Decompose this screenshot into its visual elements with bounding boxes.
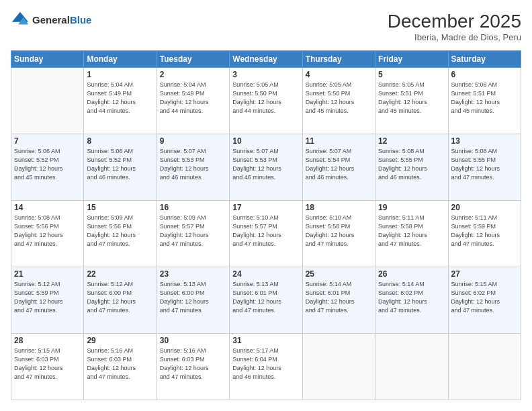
day-number: 12 [378, 136, 445, 146]
day-number: 10 [232, 136, 299, 146]
day-info: Sunrise: 5:05 AM Sunset: 5:50 PM Dayligh… [232, 81, 299, 116]
day-number: 26 [378, 269, 445, 279]
location: Iberia, Madre de Dios, Peru [388, 32, 521, 42]
calendar-row: 21Sunrise: 5:12 AM Sunset: 5:59 PM Dayli… [11, 267, 521, 334]
weekday-header: Wednesday [230, 51, 302, 68]
day-info: Sunrise: 5:07 AM Sunset: 5:53 PM Dayligh… [160, 147, 226, 182]
day-info: Sunrise: 5:10 AM Sunset: 5:57 PM Dayligh… [232, 214, 299, 248]
page: GeneralBlue December 2025 Iberia, Madre … [0, 0, 532, 411]
day-info: Sunrise: 5:06 AM Sunset: 5:51 PM Dayligh… [451, 81, 518, 116]
day-number: 6 [451, 70, 518, 79]
day-info: Sunrise: 5:08 AM Sunset: 5:55 PM Dayligh… [378, 147, 445, 182]
day-info: Sunrise: 5:13 AM Sunset: 6:01 PM Dayligh… [232, 280, 299, 315]
day-info: Sunrise: 5:07 AM Sunset: 5:54 PM Dayligh… [306, 147, 372, 182]
day-number: 2 [160, 70, 226, 79]
calendar-cell: 4Sunrise: 5:05 AM Sunset: 5:50 PM Daylig… [302, 68, 375, 134]
calendar-cell: 22Sunrise: 5:12 AM Sunset: 6:00 PM Dayli… [84, 267, 157, 334]
calendar-cell: 20Sunrise: 5:11 AM Sunset: 5:59 PM Dayli… [448, 201, 521, 267]
svg-marker-0 [12, 12, 28, 22]
logo-general: GeneralBlue [32, 14, 91, 26]
day-info: Sunrise: 5:11 AM Sunset: 5:58 PM Dayligh… [378, 214, 445, 248]
calendar-cell [11, 68, 84, 134]
calendar-cell: 3Sunrise: 5:05 AM Sunset: 5:50 PM Daylig… [230, 68, 302, 134]
day-number: 1 [87, 70, 153, 79]
day-info: Sunrise: 5:14 AM Sunset: 6:02 PM Dayligh… [378, 280, 445, 315]
day-number: 18 [306, 203, 372, 212]
day-number: 23 [160, 269, 226, 279]
day-info: Sunrise: 5:17 AM Sunset: 6:04 PM Dayligh… [232, 347, 299, 381]
calendar-cell: 21Sunrise: 5:12 AM Sunset: 5:59 PM Dayli… [11, 267, 84, 334]
logo-icon [11, 11, 30, 30]
calendar-cell: 27Sunrise: 5:15 AM Sunset: 6:02 PM Dayli… [448, 267, 521, 334]
day-number: 21 [14, 269, 81, 279]
calendar-table: SundayMondayTuesdayWednesdayThursdayFrid… [11, 50, 521, 400]
calendar-cell: 18Sunrise: 5:10 AM Sunset: 5:58 PM Dayli… [302, 201, 375, 267]
day-info: Sunrise: 5:15 AM Sunset: 6:02 PM Dayligh… [451, 280, 518, 315]
day-info: Sunrise: 5:16 AM Sunset: 6:03 PM Dayligh… [87, 347, 153, 381]
header: GeneralBlue December 2025 Iberia, Madre … [11, 11, 521, 42]
weekday-header: Thursday [302, 51, 375, 68]
calendar-cell: 12Sunrise: 5:08 AM Sunset: 5:55 PM Dayli… [375, 134, 448, 201]
logo: GeneralBlue [11, 11, 91, 30]
day-info: Sunrise: 5:16 AM Sunset: 6:03 PM Dayligh… [160, 347, 226, 381]
day-info: Sunrise: 5:05 AM Sunset: 5:51 PM Dayligh… [378, 81, 445, 116]
day-number: 19 [378, 203, 445, 212]
day-info: Sunrise: 5:04 AM Sunset: 5:49 PM Dayligh… [87, 81, 153, 116]
calendar-cell: 2Sunrise: 5:04 AM Sunset: 5:49 PM Daylig… [157, 68, 229, 134]
calendar-cell [302, 334, 375, 400]
day-number: 13 [451, 136, 518, 146]
calendar-cell: 14Sunrise: 5:08 AM Sunset: 5:56 PM Dayli… [11, 201, 84, 267]
day-number: 27 [451, 269, 518, 279]
day-info: Sunrise: 5:06 AM Sunset: 5:52 PM Dayligh… [14, 147, 81, 182]
day-info: Sunrise: 5:15 AM Sunset: 6:03 PM Dayligh… [14, 347, 81, 381]
calendar-cell: 23Sunrise: 5:13 AM Sunset: 6:00 PM Dayli… [157, 267, 229, 334]
day-info: Sunrise: 5:10 AM Sunset: 5:58 PM Dayligh… [306, 214, 372, 248]
calendar-cell: 9Sunrise: 5:07 AM Sunset: 5:53 PM Daylig… [157, 134, 229, 201]
calendar-row: 14Sunrise: 5:08 AM Sunset: 5:56 PM Dayli… [11, 201, 521, 267]
calendar-cell: 1Sunrise: 5:04 AM Sunset: 5:49 PM Daylig… [84, 68, 157, 134]
day-number: 3 [232, 70, 299, 79]
day-info: Sunrise: 5:06 AM Sunset: 5:52 PM Dayligh… [87, 147, 153, 182]
day-number: 5 [378, 70, 445, 79]
weekday-header: Monday [84, 51, 157, 68]
day-info: Sunrise: 5:08 AM Sunset: 5:56 PM Dayligh… [14, 214, 81, 248]
day-number: 22 [87, 269, 153, 279]
calendar-row: 1Sunrise: 5:04 AM Sunset: 5:49 PM Daylig… [11, 68, 521, 134]
weekday-header: Tuesday [157, 51, 229, 68]
day-number: 16 [160, 203, 226, 212]
day-info: Sunrise: 5:12 AM Sunset: 5:59 PM Dayligh… [14, 280, 81, 315]
calendar-row: 7Sunrise: 5:06 AM Sunset: 5:52 PM Daylig… [11, 134, 521, 201]
day-info: Sunrise: 5:14 AM Sunset: 6:01 PM Dayligh… [306, 280, 372, 315]
day-info: Sunrise: 5:04 AM Sunset: 5:49 PM Dayligh… [160, 81, 226, 116]
day-number: 9 [160, 136, 226, 146]
calendar-cell: 16Sunrise: 5:09 AM Sunset: 5:57 PM Dayli… [157, 201, 229, 267]
calendar-cell: 8Sunrise: 5:06 AM Sunset: 5:52 PM Daylig… [84, 134, 157, 201]
calendar-cell [448, 334, 521, 400]
month-title: December 2025 [388, 11, 521, 32]
calendar-row: 28Sunrise: 5:15 AM Sunset: 6:03 PM Dayli… [11, 334, 521, 400]
calendar-cell: 10Sunrise: 5:07 AM Sunset: 5:53 PM Dayli… [230, 134, 302, 201]
title-block: December 2025 Iberia, Madre de Dios, Per… [388, 11, 521, 42]
day-info: Sunrise: 5:09 AM Sunset: 5:57 PM Dayligh… [160, 214, 226, 248]
day-number: 24 [232, 269, 299, 279]
day-info: Sunrise: 5:05 AM Sunset: 5:50 PM Dayligh… [306, 81, 372, 116]
calendar-cell [375, 334, 448, 400]
calendar-cell: 25Sunrise: 5:14 AM Sunset: 6:01 PM Dayli… [302, 267, 375, 334]
day-number: 15 [87, 203, 153, 212]
calendar-cell: 6Sunrise: 5:06 AM Sunset: 5:51 PM Daylig… [448, 68, 521, 134]
day-info: Sunrise: 5:07 AM Sunset: 5:53 PM Dayligh… [232, 147, 299, 182]
day-info: Sunrise: 5:09 AM Sunset: 5:56 PM Dayligh… [87, 214, 153, 248]
day-number: 20 [451, 203, 518, 212]
day-number: 17 [232, 203, 299, 212]
weekday-header-row: SundayMondayTuesdayWednesdayThursdayFrid… [11, 51, 521, 68]
day-number: 4 [306, 70, 372, 79]
day-number: 7 [14, 136, 81, 146]
day-info: Sunrise: 5:13 AM Sunset: 6:00 PM Dayligh… [160, 280, 226, 315]
day-number: 31 [232, 336, 299, 345]
day-info: Sunrise: 5:12 AM Sunset: 6:00 PM Dayligh… [87, 280, 153, 315]
calendar-cell: 17Sunrise: 5:10 AM Sunset: 5:57 PM Dayli… [230, 201, 302, 267]
calendar-cell: 26Sunrise: 5:14 AM Sunset: 6:02 PM Dayli… [375, 267, 448, 334]
calendar-cell: 13Sunrise: 5:08 AM Sunset: 5:55 PM Dayli… [448, 134, 521, 201]
calendar-cell: 11Sunrise: 5:07 AM Sunset: 5:54 PM Dayli… [302, 134, 375, 201]
calendar-cell: 30Sunrise: 5:16 AM Sunset: 6:03 PM Dayli… [157, 334, 229, 400]
